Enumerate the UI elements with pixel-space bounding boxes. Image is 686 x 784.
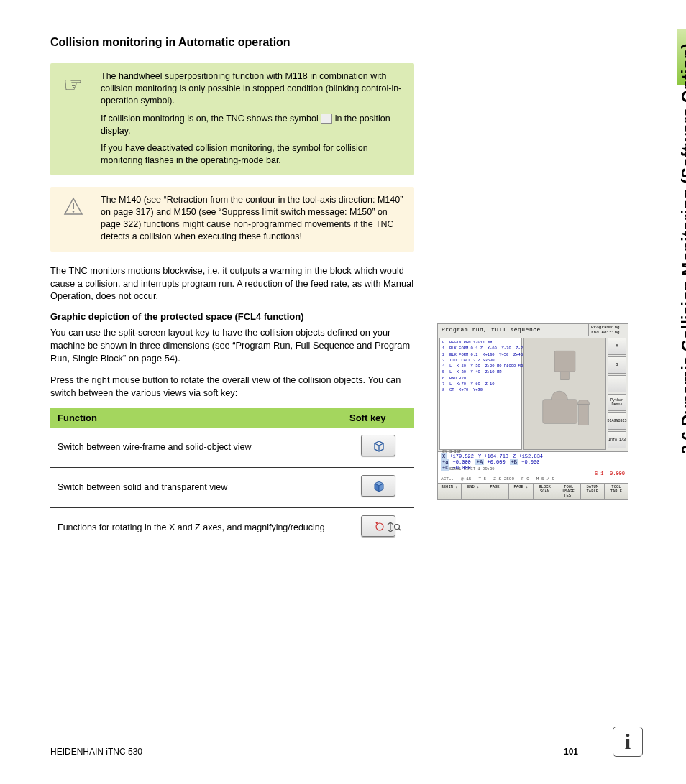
scr-softkey[interactable]: TOOL USAGE TEST (557, 484, 581, 499)
side-section-title: 2.6 Dynamic Collision Monitoring (Softwa… (679, 43, 686, 454)
th-softkey: Soft key (342, 408, 414, 428)
note-p2: If collision monitoring is on, the TNC s… (101, 113, 404, 137)
scr-softkey[interactable]: TOOL TABLE (605, 484, 628, 499)
scr-side-buttons: M S Python Demos DIAGNOSIS Info 1/3 (608, 336, 628, 451)
scr-side-btn[interactable]: M (608, 338, 626, 355)
subheading: Graphic depiction of the protected space… (50, 311, 431, 322)
footer-product: HEIDENHAIN iTNC 530 (50, 747, 142, 757)
table-row: Functions for rotating in the X and Z ax… (50, 507, 414, 548)
scr-softkey[interactable]: PAGE ↓ (509, 484, 533, 499)
info-icon: i (613, 727, 643, 757)
scr-side-btn[interactable]: Info 1/3 (608, 431, 626, 448)
softkey-cube-wire-icon[interactable] (361, 435, 395, 456)
scr-softkey[interactable]: PAGE ↑ (485, 484, 509, 499)
scr-softkey[interactable]: BLOCK SCAN (534, 484, 557, 499)
body-para-2: You can use the split-screen layout key … (50, 326, 424, 365)
fn-cell: Switch between wire-frame and solid-obje… (50, 428, 342, 467)
svg-rect-8 (579, 405, 588, 425)
page-heading: Collision monitoring in Automatic operat… (50, 36, 431, 49)
svg-rect-7 (543, 400, 577, 424)
collision-symbol-icon (321, 114, 332, 124)
scr-title: Program run, full sequence (438, 324, 588, 336)
cnc-screenshot: Program run, full sequence Programming a… (437, 323, 628, 539)
warning-triangle-icon (63, 197, 83, 221)
svg-rect-6 (561, 372, 570, 380)
scr-code-panel: 0 BEGIN PGM 17011 MM 1 BLK FORM 0.1 Z X-… (439, 338, 522, 450)
softkey-rotate-magnify-icon[interactable] (361, 515, 395, 537)
body-para-3: Press the right mouse button to rotate t… (50, 374, 424, 400)
scr-mode: Programming and editing (588, 324, 628, 336)
svg-rect-5 (554, 351, 575, 372)
fn-cell: Functions for rotating in the X and Z ax… (50, 507, 342, 548)
note-p3: If you have deactivated collision monito… (101, 142, 404, 167)
warning-box: The M140 (see “Retraction from the conto… (50, 187, 414, 252)
th-function: Function (50, 408, 342, 428)
scr-side-btn[interactable] (608, 375, 626, 392)
softkey-cube-solid-icon[interactable] (361, 475, 395, 497)
page-footer: HEIDENHAIN iTNC 530 101 i (50, 727, 643, 757)
scr-softkey[interactable]: DATUM TABLE (581, 484, 605, 499)
svg-point-2 (395, 524, 400, 529)
table-row: Switch between wire-frame and solid-obje… (50, 428, 414, 467)
scr-side-btn[interactable]: S (608, 356, 626, 374)
svg-line-3 (399, 528, 401, 530)
fn-cell: Switch between solid and transparent vie… (50, 467, 342, 507)
scr-side-btn[interactable]: DIAGNOSIS (608, 412, 626, 430)
scr-3d-view (523, 338, 606, 450)
scr-softkey[interactable]: END ↓ (462, 484, 485, 499)
scr-softkey-row: BEGIN ↓ END ↓ PAGE ↑ PAGE ↓ BLOCK SCAN T… (438, 483, 628, 499)
scr-position-display: X +179.522 Y +164.718 Z +152.834 +a +0.0… (438, 451, 628, 483)
body-para-1: The TNC monitors motions blockwise, i.e.… (50, 264, 424, 303)
page-number: 101 (564, 747, 578, 757)
scr-softkey[interactable]: BEGIN ↓ (438, 484, 462, 499)
note-p1: The handwheel superpositioning function … (101, 70, 404, 107)
table-row: Switch between solid and transparent vie… (50, 467, 414, 507)
scr-side-btn[interactable]: Python Demos (608, 394, 626, 411)
note-box: ☞ The handwheel superpositioning functio… (50, 63, 414, 175)
function-table: Function Soft key Switch between wire-fr… (50, 408, 414, 548)
svg-point-1 (73, 211, 75, 213)
warn-p1: The M140 (see “Retraction from the conto… (101, 194, 404, 243)
pointing-hand-icon: ☞ (63, 72, 83, 97)
